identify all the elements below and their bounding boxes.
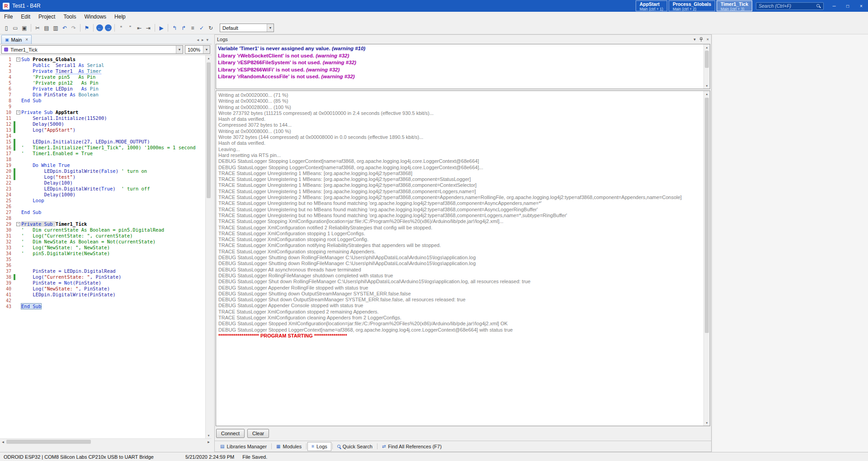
goto-next-sub-icon[interactable]: ↱ bbox=[179, 24, 188, 33]
refresh-icon[interactable]: ↻ bbox=[206, 24, 215, 33]
tabs-scroll-right-icon[interactable]: ▸ bbox=[202, 38, 204, 42]
uncomment-icon[interactable]: ” bbox=[126, 24, 135, 33]
warning-item[interactable]: Library 'rESP8266WiFi' is not used. (war… bbox=[218, 67, 702, 74]
code-text[interactable]: End Sub bbox=[21, 98, 41, 104]
collapse-icon[interactable]: − bbox=[16, 110, 20, 114]
code-text[interactable]: ' Log("NewState: ", NewState) bbox=[21, 245, 110, 251]
warning-item[interactable]: Library 'rWebSocketClient' is not used. … bbox=[218, 52, 702, 60]
clear-button[interactable]: Clear bbox=[247, 429, 269, 438]
bottom-tab-libraries-manager[interactable]: ▤Libraries Manager bbox=[217, 442, 270, 451]
undo-icon[interactable]: ↶ bbox=[60, 24, 69, 33]
warning-item[interactable]: Library 'rESP8266FileSystem' is not used… bbox=[218, 59, 702, 67]
code-text[interactable]: Dim PinState As Boolean bbox=[21, 92, 99, 98]
pin-icon[interactable] bbox=[699, 37, 703, 42]
code-text[interactable]: LEDpin.Initialize(27, LEDpin.MODE_OUTPUT… bbox=[21, 139, 150, 145]
chevron-down-icon[interactable]: ▾ bbox=[693, 37, 696, 42]
code-text[interactable]: Private Timer1 As Timer bbox=[21, 68, 101, 74]
bottom-tab-find-all-references-f7[interactable]: ⇄Find All References (F7) bbox=[378, 442, 445, 451]
code-text[interactable]: ' Log("CurrentState: ", currentState) bbox=[21, 233, 133, 239]
code-text[interactable]: Log("CurrentState: ", PinState) bbox=[21, 274, 121, 280]
indent-icon[interactable]: ⇥ bbox=[144, 24, 153, 33]
minimize-button[interactable]: ─ bbox=[827, 0, 841, 12]
scrollbar-thumb[interactable] bbox=[705, 98, 709, 333]
navigate-back-icon[interactable]: ← bbox=[96, 24, 103, 31]
scroll-up-icon[interactable]: ▲ bbox=[704, 44, 710, 50]
collapse-icon[interactable]: − bbox=[16, 57, 20, 62]
warnings-scrollbar[interactable]: ▲ ▼ bbox=[703, 44, 710, 89]
member-navigator-select[interactable]: Timer1_Tick ▼ bbox=[1, 45, 183, 54]
code-text[interactable]: Delay(100) bbox=[21, 180, 73, 186]
code-text[interactable]: End Sub bbox=[21, 304, 41, 309]
tab-close-icon[interactable]: × bbox=[25, 37, 28, 42]
menu-file[interactable]: File bbox=[0, 12, 17, 22]
connect-button[interactable]: Connect bbox=[216, 429, 245, 438]
code-text[interactable]: LEDpin.DigitalWrite(True) ' turn off bbox=[21, 186, 150, 192]
scroll-right-icon[interactable]: ▶ bbox=[206, 439, 212, 445]
bottom-tab-quick-search[interactable]: Quick Search bbox=[334, 442, 376, 451]
code-text[interactable]: Delay(1000) bbox=[21, 192, 75, 198]
log-output[interactable]: Writing at 0x00020000... (71 %)Writing a… bbox=[216, 90, 710, 426]
scrollbar-thumb[interactable] bbox=[207, 62, 211, 198]
code-text[interactable]: ' Dim NewState As Boolean = Not(currentS… bbox=[21, 239, 156, 245]
code-text[interactable]: Sub Process_Globals bbox=[21, 57, 75, 62]
code-editor[interactable]: 1−Sub Process_Globals2 Public Serial1 As… bbox=[0, 55, 212, 438]
cut-icon[interactable]: ✂ bbox=[33, 24, 42, 33]
code-text[interactable]: Delay(5000) bbox=[21, 121, 64, 127]
comment-icon[interactable]: “ bbox=[117, 24, 126, 33]
editor-vertical-scrollbar[interactable]: ▲ ▼ bbox=[205, 55, 212, 438]
code-text[interactable]: Private Sub Timer1_Tick bbox=[21, 221, 87, 227]
code-text[interactable]: LEDpin.DigitalWrite(False) ' turn on bbox=[21, 168, 147, 174]
quick-button-timer1-tick[interactable]: Timer1_TickMain (ctrl + 3) bbox=[717, 0, 752, 11]
search-input[interactable] bbox=[756, 2, 824, 10]
paste-icon[interactable]: ▥ bbox=[51, 24, 60, 33]
collapse-icon[interactable]: − bbox=[16, 222, 20, 226]
code-text[interactable]: Log("NewState: ", PinState) bbox=[21, 286, 110, 292]
scroll-down-icon[interactable]: ▼ bbox=[206, 432, 212, 438]
code-text[interactable]: 'Private pin5 As Pin bbox=[21, 74, 95, 80]
code-text[interactable]: PinState = LEDpin.DigitalRead bbox=[21, 268, 116, 274]
bottom-tab-logs[interactable]: ≡Logs bbox=[307, 442, 331, 451]
log-output-scrollbar[interactable]: ▲ ▼ bbox=[703, 91, 710, 426]
scrollbar-thumb[interactable] bbox=[705, 51, 709, 68]
close-pane-icon[interactable]: × bbox=[707, 37, 709, 42]
tabs-scroll-left-icon[interactable]: ◂ bbox=[197, 38, 199, 42]
menu-project[interactable]: Project bbox=[34, 12, 59, 22]
menu-icon[interactable]: ≡ bbox=[188, 24, 197, 33]
editor-horizontal-scrollbar[interactable]: ◀ ▶ bbox=[0, 438, 212, 445]
menu-tools[interactable]: Tools bbox=[59, 12, 80, 22]
scroll-down-icon[interactable]: ▼ bbox=[704, 83, 710, 89]
navigate-forward-icon[interactable]: → bbox=[105, 24, 112, 31]
menu-help[interactable]: Help bbox=[110, 12, 130, 22]
menu-windows[interactable]: Windows bbox=[80, 12, 110, 22]
compile-check-icon[interactable]: ✓ bbox=[197, 24, 206, 33]
code-text[interactable]: LEDpin.DigitalWrite(PinState) bbox=[21, 292, 116, 298]
code-text[interactable]: ' Timer1.Enabled = True bbox=[21, 151, 93, 157]
warning-item[interactable]: Variable 'Timer1' is never assigned any … bbox=[218, 45, 702, 52]
quick-button-appstart[interactable]: AppStartMain (ctrl + 1) bbox=[636, 0, 667, 11]
maximize-button[interactable]: □ bbox=[841, 0, 854, 12]
copy-icon[interactable]: ▤ bbox=[42, 24, 51, 33]
scroll-left-icon[interactable]: ◀ bbox=[0, 439, 6, 445]
scrollbar-thumb[interactable] bbox=[6, 440, 91, 444]
code-text[interactable]: Private Sub AppStart bbox=[21, 109, 78, 115]
code-text[interactable]: Log("test") bbox=[21, 174, 75, 180]
code-text[interactable]: Serial1.Initialize(115200) bbox=[21, 115, 107, 121]
warning-item[interactable]: Library 'rRandomAccessFile' is not used.… bbox=[218, 73, 702, 81]
code-text[interactable]: ' pin5.DigitalWrite(NewState) bbox=[21, 251, 110, 257]
warnings-list[interactable]: Variable 'Timer1' is never assigned any … bbox=[216, 44, 710, 89]
scroll-down-icon[interactable]: ▼ bbox=[704, 420, 710, 426]
open-project-icon[interactable]: ▭ bbox=[11, 24, 20, 33]
code-text[interactable]: Log("AppStart") bbox=[21, 127, 75, 133]
code-text[interactable]: ' Timer1.Initialize("Timer1_Tick", 1000)… bbox=[21, 145, 196, 151]
menu-edit[interactable]: Edit bbox=[17, 12, 34, 22]
zoom-select[interactable]: 100% ▼ bbox=[185, 45, 210, 54]
code-text[interactable]: Loop bbox=[21, 198, 44, 204]
code-text[interactable]: PinState = Not(PinState) bbox=[21, 280, 101, 286]
scroll-up-icon[interactable]: ▲ bbox=[704, 91, 710, 97]
save-icon[interactable]: ▣ bbox=[20, 24, 29, 33]
new-file-icon[interactable]: ▯ bbox=[2, 24, 11, 33]
code-text[interactable]: End Sub bbox=[21, 209, 41, 215]
code-text[interactable]: 'Private pin12 As Pin bbox=[21, 80, 99, 86]
code-text[interactable]: Do While True bbox=[21, 162, 70, 168]
code-text[interactable]: ' Dim currentState As Boolean = pin5.Dig… bbox=[21, 227, 164, 233]
